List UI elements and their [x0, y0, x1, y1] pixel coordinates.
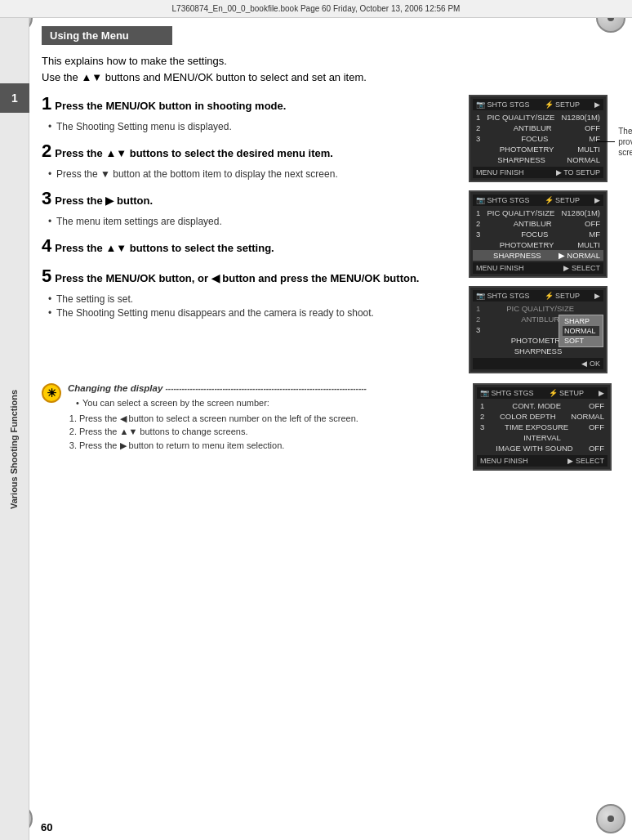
- row-num: 3: [476, 134, 480, 143]
- screen-3-footer: ◀ OK: [473, 358, 603, 369]
- screen-2-footer: MENU FINISH▶ SELECT: [473, 262, 603, 274]
- popup-item-sharp: SHARP: [563, 316, 599, 326]
- step-1: 1 Press the MENU/OK button in shooting m…: [42, 95, 459, 134]
- camera-screen-1: 📷 SHTG STGS ⚡ SETUP ▶ 1 PIC QUALITY/SIZE…: [469, 95, 608, 182]
- screen-3-row-3: 3FOCUS SHARP NORMAL SOFT: [473, 324, 603, 335]
- screen-2-row-5-highlighted: SHARPNESS▶ NORMAL: [473, 250, 603, 261]
- row-label: PIC QUALITY/SIZE: [487, 113, 554, 122]
- screen-1-footer: MENU FINISH ▶ TO SETUP: [473, 167, 603, 178]
- tip-content: Changing the display -------------------…: [68, 383, 466, 471]
- screen-1-icon: 📷 SHTG STGS: [476, 101, 530, 109]
- popup-menu: SHARP NORMAL SOFT: [559, 315, 603, 347]
- step-4: 4 Press the ▲▼ buttons to select the set…: [42, 237, 459, 259]
- screen-2-header: 📷 SHTG STGS ⚡ SETUP ▶: [473, 194, 603, 206]
- popup-item-soft: SOFT: [563, 336, 599, 346]
- step-2-title: Press the ▲▼ buttons to select the desir…: [55, 146, 333, 161]
- intro-line2: Use the ▲▼ buttons and MENU/OK button to…: [42, 69, 616, 86]
- screen-2-icon: 📷 SHTG STGS: [476, 196, 530, 204]
- section-title: Using the Menu: [42, 26, 172, 45]
- screen-4-row-5: IMAGE WITH SOUNDOFF: [477, 443, 608, 454]
- screen-1-row-1: 1 PIC QUALITY/SIZE N1280(1M): [473, 112, 603, 123]
- content-layout: 1 Press the MENU/OK button in shooting m…: [42, 95, 616, 373]
- screen-1-container: 📷 SHTG STGS ⚡ SETUP ▶ 1 PIC QUALITY/SIZE…: [469, 95, 616, 182]
- screen-2-row-3: 3FOCUSMF: [473, 229, 603, 239]
- tip-numbered-list: Press the ◀ button to select a screen nu…: [79, 412, 466, 453]
- step-3-bullet-1: The menu item settings are displayed.: [50, 215, 459, 229]
- tip-step-1: Press the ◀ button to select a screen nu…: [79, 412, 466, 426]
- camera-screen-2: 📷 SHTG STGS ⚡ SETUP ▶ 1PIC QUALITY/SIZEN…: [469, 190, 608, 278]
- screen-4-row-2: 2COLOR DEPTHNORMAL: [477, 411, 608, 422]
- text-column: 1 Press the MENU/OK button in shooting m…: [42, 95, 459, 373]
- row-num: 2: [476, 123, 480, 132]
- step-4-header: 4 Press the ▲▼ buttons to select the set…: [42, 237, 459, 259]
- screen-1-arrow: ▶: [594, 101, 600, 109]
- annotation-line: [595, 141, 615, 142]
- screen-3-row-1: 1PIC QUALITY/SIZE: [473, 303, 603, 314]
- tip-icon: ☀: [42, 383, 61, 403]
- step-1-number: 1: [42, 95, 51, 113]
- step-5-header: 5 Press the MENU/OK button, or ◀ button …: [42, 267, 459, 289]
- step-3-desc: The menu item settings are displayed.: [42, 215, 459, 229]
- tip-bullet-intro: You can select a screen by the screen nu…: [76, 396, 466, 410]
- screen-2-mid: ⚡ SETUP: [545, 196, 581, 204]
- step-4-number: 4: [42, 237, 51, 255]
- footer-left: MENU FINISH: [476, 168, 524, 176]
- intro-line1: This explains how to make the settings.: [42, 53, 616, 69]
- screen-1-row-3: 3 FOCUS MF: [473, 133, 603, 144]
- screens-column: 📷 SHTG STGS ⚡ SETUP ▶ 1 PIC QUALITY/SIZE…: [469, 95, 616, 373]
- screen-1-row-4: PHOTOMETRY MULTI: [473, 144, 603, 154]
- step-3-title: Press the ▶ button.: [55, 194, 153, 208]
- camera-screen-3: 📷 SHTG STGS ⚡ SETUP ▶ 1PIC QUALITY/SIZE …: [469, 286, 608, 373]
- step-2: 2 Press the ▲▼ buttons to select the des…: [42, 142, 459, 181]
- step-1-desc: The Shooting Setting menu is displayed.: [42, 120, 459, 134]
- step-1-header: 1 Press the MENU/OK button in shooting m…: [42, 95, 459, 117]
- step-1-title: Press the MENU/OK button in shooting mod…: [55, 99, 286, 114]
- header-filename: L7360874_En_00_0_bookfile.book Page 60 F…: [172, 4, 461, 13]
- popup-item-normal: NORMAL: [563, 326, 599, 336]
- left-sidebar: 1 Various Shooting Functions: [0, 18, 29, 840]
- tip-list: You can select a screen by the screen nu…: [76, 396, 466, 410]
- screen-1-mid: ⚡ SETUP: [545, 101, 581, 109]
- screen-4-row-3: 3TIME EXPOSUREOFF: [477, 422, 608, 432]
- step-4-title: Press the ▲▼ buttons to select the setti…: [55, 241, 274, 256]
- row-label: FOCUS: [521, 134, 548, 143]
- screen-2-row-1: 1PIC QUALITY/SIZEN1280(1M): [473, 208, 603, 218]
- screen-4-row-1: 1CONT. MODEOFF: [477, 400, 608, 411]
- screen-2-row-2: 2ANTIBLUROFF: [473, 218, 603, 229]
- camera-screen-4: 📷 SHTG STGS ⚡ SETUP ▶ 1CONT. MODEOFF 2CO…: [473, 383, 612, 471]
- page-header: L7360874_En_00_0_bookfile.book Page 60 F…: [0, 0, 632, 18]
- step-5-bullet-2: The Shooting Setting menu disappears and…: [50, 306, 459, 320]
- tip-title: Changing the display -------------------…: [68, 383, 466, 393]
- tip-step-3: Press the ▶ button to return to menu ite…: [79, 439, 466, 453]
- intro-text: This explains how to make the settings. …: [42, 53, 616, 85]
- screen-2-row-4: PHOTOMETRYMULTI: [473, 239, 603, 250]
- step-5-number: 5: [42, 267, 51, 285]
- step-2-header: 2 Press the ▲▼ buttons to select the des…: [42, 142, 459, 164]
- annotation-text: The menu items are provided on three scr…: [618, 126, 632, 158]
- screen-3-header: 📷 SHTG STGS ⚡ SETUP ▶: [473, 290, 603, 302]
- step-3-header: 3 Press the ▶ button.: [42, 190, 459, 212]
- annotation-1: The menu items are provided on three scr…: [595, 126, 632, 158]
- sidebar-number: 1: [0, 83, 29, 113]
- screen-1-header: 📷 SHTG STGS ⚡ SETUP ▶: [473, 99, 603, 110]
- screen-4-footer: MENU FINISH▶ SELECT: [477, 455, 608, 467]
- step-5-desc: The setting is set. The Shooting Setting…: [42, 293, 459, 320]
- row-value: N1280(1M): [561, 113, 600, 122]
- step-2-desc: Press the ▼ button at the bottom item to…: [42, 168, 459, 181]
- screen-3-body: 1PIC QUALITY/SIZE 2ANTIBLUR 3FOCUS SHARP…: [473, 303, 603, 356]
- main-content: Using the Menu This explains how to make…: [29, 18, 632, 840]
- row-num: 1: [476, 113, 480, 122]
- screen-2-arrow: ▶: [594, 196, 600, 204]
- step-5: 5 Press the MENU/OK button, or ◀ button …: [42, 267, 459, 320]
- step-1-bullet-1: The Shooting Setting menu is displayed.: [50, 120, 459, 134]
- screen-1-row-2: 2 ANTIBLUR OFF: [473, 123, 603, 133]
- screen-4-container: 📷 SHTG STGS ⚡ SETUP ▶ 1CONT. MODEOFF 2CO…: [473, 383, 616, 471]
- screen-1-row-5: SHARPNESS NORMAL: [473, 154, 603, 165]
- row-label: SHARPNESS: [497, 155, 545, 164]
- tip-box: ☀ Changing the display -----------------…: [42, 383, 616, 471]
- step-2-number: 2: [42, 142, 51, 160]
- step-2-bullet-1: Press the ▼ button at the bottom item to…: [50, 168, 459, 181]
- screen-4-header: 📷 SHTG STGS ⚡ SETUP ▶: [477, 387, 608, 399]
- row-label: ANTIBLUR: [514, 123, 552, 132]
- step-5-bullet-1: The setting is set.: [50, 293, 459, 306]
